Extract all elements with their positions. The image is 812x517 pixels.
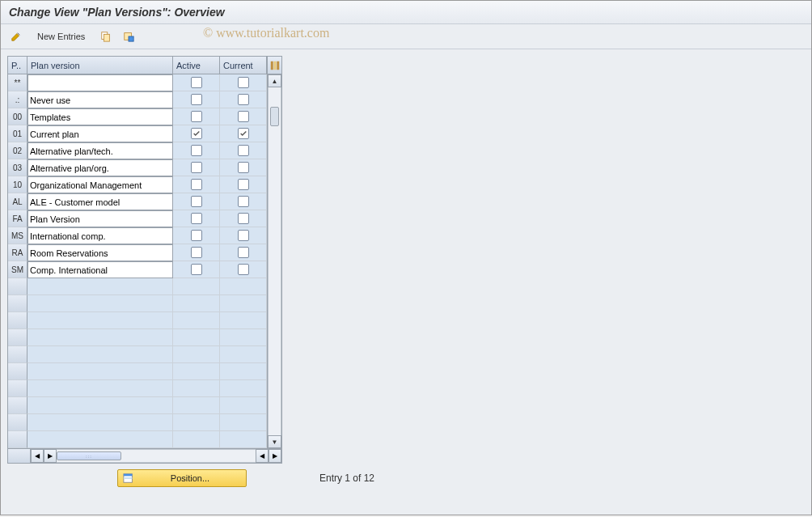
column-header-index[interactable]: P.. [8, 57, 27, 74]
table-row-empty [8, 363, 267, 380]
checkbox[interactable] [238, 162, 249, 173]
row-code[interactable]: 02 [8, 142, 27, 159]
table-row[interactable]: RARoom Reservations [8, 244, 267, 261]
checkbox[interactable] [191, 128, 202, 139]
row-code[interactable]: RA [8, 244, 27, 261]
new-entries-button[interactable]: New Entries [30, 28, 92, 45]
scroll-left-end-icon[interactable]: ◀ [256, 449, 269, 463]
table-settings-icon[interactable] [268, 57, 281, 74]
checkbox[interactable] [191, 162, 202, 173]
scroll-right-end-icon[interactable]: ▶ [269, 449, 281, 463]
row-code[interactable]: AL [8, 193, 27, 210]
plan-version-cell[interactable] [27, 74, 173, 91]
active-cell [173, 108, 220, 125]
table-row-empty [8, 278, 267, 295]
row-code[interactable]: .: [8, 91, 27, 108]
table-row-empty [8, 312, 267, 329]
checkbox[interactable] [238, 247, 249, 258]
column-header-current[interactable]: Current [220, 57, 267, 74]
row-code[interactable]: FA [8, 210, 27, 227]
table-row[interactable]: 01Current plan [8, 125, 267, 142]
checkbox[interactable] [238, 94, 249, 105]
row-code[interactable]: 01 [8, 125, 27, 142]
checkbox[interactable] [191, 247, 202, 258]
plan-version-cell[interactable]: Alternative plan/org. [27, 159, 173, 176]
plan-version-cell[interactable]: Comp. International [27, 261, 173, 278]
empty-cell [27, 346, 173, 363]
checkbox[interactable] [238, 196, 249, 207]
table-row[interactable]: ALALE - Customer model [8, 193, 267, 210]
row-code[interactable]: 10 [8, 176, 27, 193]
empty-cell [220, 397, 267, 414]
plan-version-cell[interactable]: Never use [27, 91, 173, 108]
empty-cell [220, 278, 267, 295]
row-code[interactable]: MS [8, 227, 27, 244]
table-row[interactable]: FAPlan Version [8, 210, 267, 227]
table-row[interactable]: .:Never use [8, 91, 267, 108]
checkbox[interactable] [191, 230, 202, 241]
checkbox[interactable] [191, 94, 202, 105]
table-row[interactable]: 00Templates [8, 108, 267, 125]
table-row[interactable]: 10Organizational Management [8, 176, 267, 193]
empty-cell [173, 380, 220, 397]
empty-cell [27, 329, 173, 346]
copy-icon[interactable] [97, 28, 115, 45]
checkbox[interactable] [191, 264, 202, 275]
checkbox[interactable] [191, 196, 202, 207]
scroll-right-icon[interactable]: ▶ [44, 449, 57, 463]
svg-rect-3 [129, 36, 133, 41]
empty-cell [220, 380, 267, 397]
row-code[interactable]: 00 [8, 108, 27, 125]
empty-cell [173, 397, 220, 414]
column-header-active[interactable]: Active [173, 57, 220, 74]
empty-cell [173, 431, 220, 448]
current-cell [220, 108, 267, 125]
plan-version-cell[interactable]: Plan Version [27, 210, 173, 227]
scroll-left-icon[interactable]: ◀ [31, 449, 44, 463]
checkbox[interactable] [238, 213, 249, 224]
table-row[interactable]: SMComp. International [8, 261, 267, 278]
table-row[interactable]: ** [8, 74, 267, 91]
empty-cell [8, 278, 27, 295]
plan-version-cell[interactable]: ALE - Customer model [27, 193, 173, 210]
column-header-plan-version[interactable]: Plan version [27, 57, 173, 74]
checkbox[interactable] [191, 179, 202, 190]
checkbox[interactable] [238, 230, 249, 241]
checkbox[interactable] [238, 179, 249, 190]
checkbox[interactable] [238, 128, 249, 139]
position-button[interactable]: Position... [117, 469, 247, 487]
plan-version-cell[interactable]: Current plan [27, 125, 173, 142]
horizontal-scrollbar[interactable]: ::: [57, 449, 256, 463]
checkbox[interactable] [238, 145, 249, 156]
vertical-scrollbar[interactable] [268, 87, 281, 435]
row-code[interactable]: 03 [8, 159, 27, 176]
empty-cell [27, 278, 173, 295]
plan-version-cell[interactable]: Alternative plan/tech. [27, 142, 173, 159]
current-cell [220, 244, 267, 261]
checkbox[interactable] [238, 264, 249, 275]
empty-cell [8, 346, 27, 363]
checkbox[interactable] [191, 111, 202, 122]
table-row[interactable]: MSInternational comp. [8, 227, 267, 244]
plan-version-cell[interactable]: Organizational Management [27, 176, 173, 193]
row-code[interactable]: SM [8, 261, 27, 278]
table-row-empty [8, 414, 267, 431]
edit-icon[interactable] [7, 28, 25, 45]
checkbox[interactable] [191, 213, 202, 224]
checkbox[interactable] [191, 77, 202, 88]
delete-icon[interactable] [120, 28, 137, 45]
current-cell [220, 193, 267, 210]
scroll-up-icon[interactable]: ▲ [268, 74, 281, 87]
checkbox[interactable] [238, 111, 249, 122]
plan-version-cell[interactable]: International comp. [27, 227, 173, 244]
scroll-down-icon[interactable]: ▼ [268, 435, 281, 448]
table-row[interactable]: 03Alternative plan/org. [8, 159, 267, 176]
table-row[interactable]: 02Alternative plan/tech. [8, 142, 267, 159]
plan-version-cell[interactable]: Room Reservations [27, 244, 173, 261]
current-cell [220, 91, 267, 108]
position-label: Position... [139, 473, 241, 483]
checkbox[interactable] [238, 77, 249, 88]
row-code[interactable]: ** [8, 74, 27, 91]
plan-version-cell[interactable]: Templates [27, 108, 173, 125]
checkbox[interactable] [191, 145, 202, 156]
